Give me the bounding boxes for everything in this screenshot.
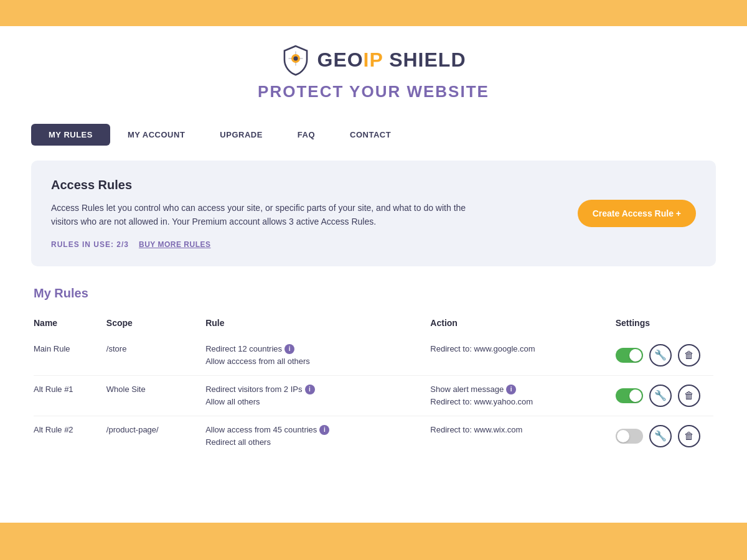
logo-text: GEOIP SHIELD [317,49,466,72]
toggle-2[interactable] [616,429,643,444]
rule-scope-1: Whole Site [106,375,205,416]
access-rules-card: Access Rules Access Rules let you contro… [31,161,716,266]
logo-row: GEOIP SHIELD [281,44,466,76]
rule-line2-1: Allow all others [205,397,423,406]
rules-table: Name Scope Rule Action Settings Main Rul… [34,313,713,456]
rules-in-use-row: RULES IN USE: 2/3 BUY MORE RULES [51,240,487,249]
svg-point-1 [294,57,298,61]
rule-rule-1: Redirect visitors from 2 IPsiAllow all o… [205,375,430,416]
create-access-rule-button[interactable]: Create Access Rule + [578,200,696,227]
header: GEOIP SHIELD PROTECT YOUR WEBSITE [0,26,747,113]
access-rules-title: Access Rules [51,178,487,192]
edit-rule-button-2[interactable]: 🔧 [649,425,672,447]
table-header-row: Name Scope Rule Action Settings [34,313,713,335]
table-row: Alt Rule #1Whole SiteRedirect visitors f… [34,375,713,416]
nav-faq[interactable]: FAQ [280,124,332,146]
tagline: PROTECT YOUR WEBSITE [258,82,489,101]
rules-in-use-label: RULES IN USE: 2/3 [51,240,129,249]
rule-line1-0: Redirect 12 countriesi [205,344,423,354]
action-line1-1: Show alert messagei [430,385,608,394]
rule-settings-0: 🔧🗑 [616,335,713,376]
logo-shield-icon [281,44,311,76]
info-icon[interactable]: i [319,425,329,435]
logo-ip: IP [364,49,383,71]
page-body: Access Rules Access Rules let you contro… [19,146,728,523]
logo-geo: GEO [317,49,363,71]
toggle-1[interactable] [616,388,643,403]
rule-rule-0: Redirect 12 countriesiAllow acccess from… [205,335,430,376]
action-info-icon[interactable]: i [506,385,516,394]
rule-name-2: Alt Rule #2 [34,416,106,456]
nav: MY RULES MY ACCOUNT UPGRADE FAQ CONTACT [19,124,728,146]
action-line1-0: Redirect to: www.google.com [430,344,608,353]
info-icon[interactable]: i [305,385,315,394]
rule-name-1: Alt Rule #1 [34,375,106,416]
table-row: Alt Rule #2/product-page/Allow access fr… [34,416,713,456]
col-header-scope: Scope [106,313,205,335]
rule-settings-1: 🔧🗑 [616,375,713,416]
rule-line2-0: Allow acccess from all others [205,357,423,366]
toggle-0[interactable] [616,348,643,363]
col-header-action: Action [430,313,615,335]
bottom-bar [0,523,747,560]
info-icon[interactable]: i [284,344,294,354]
rule-name-0: Main Rule [34,335,106,376]
nav-my-rules[interactable]: MY RULES [31,124,110,146]
table-row: Main Rule/storeRedirect 12 countriesiAll… [34,335,713,376]
rule-action-2: Redirect to: www.wix.com [430,416,615,456]
rule-scope-0: /store [106,335,205,376]
my-rules-title: My Rules [34,286,713,301]
edit-rule-button-1[interactable]: 🔧 [649,385,672,407]
rule-action-0: Redirect to: www.google.com [430,335,615,376]
access-rules-info: Access Rules Access Rules let you contro… [51,178,487,249]
rule-line1-1: Redirect visitors from 2 IPsi [205,385,423,394]
rule-settings-2: 🔧🗑 [616,416,713,456]
delete-rule-button-1[interactable]: 🗑 [678,385,700,407]
logo-shield-word: SHIELD [389,49,466,71]
col-header-settings: Settings [616,313,713,335]
action-line1-2: Redirect to: www.wix.com [430,425,608,434]
nav-contact[interactable]: CONTACT [332,124,408,146]
rule-line1-2: Allow access from 45 countriesi [205,425,423,435]
rule-scope-2: /product-page/ [106,416,205,456]
nav-my-account[interactable]: MY ACCOUNT [110,124,202,146]
rule-rule-2: Allow access from 45 countriesiRedirect … [205,416,430,456]
rule-action-1: Show alert messageiRedirect to: www.yaho… [430,375,615,416]
delete-rule-button-0[interactable]: 🗑 [678,344,700,366]
rule-line2-2: Redirect all others [205,437,423,447]
access-rules-description: Access Rules let you control who can acc… [51,201,487,229]
col-header-name: Name [34,313,106,335]
action-line2-1: Redirect to: www.yahoo.com [430,397,608,406]
top-bar [0,0,747,26]
delete-rule-button-2[interactable]: 🗑 [678,425,700,447]
nav-upgrade[interactable]: UPGRADE [202,124,280,146]
main-content: GEOIP SHIELD PROTECT YOUR WEBSITE MY RUL… [0,26,747,523]
buy-more-rules-link[interactable]: BUY MORE RULES [139,240,210,249]
edit-rule-button-0[interactable]: 🔧 [649,344,672,366]
my-rules-section: My Rules Name Scope Rule Action Settings… [31,286,716,456]
col-header-rule: Rule [205,313,430,335]
